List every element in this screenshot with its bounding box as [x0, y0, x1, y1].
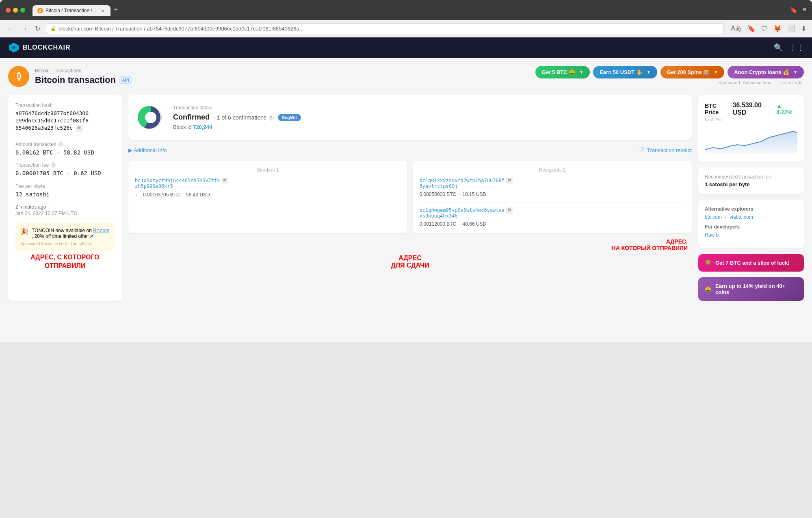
bookmarks-icon[interactable]: 🔖 [747, 25, 756, 33]
recipient-2-address: bc1q4wgem95vp0v5wtz4wc6yawtvsxs9nuuq4hx2… [420, 207, 686, 219]
traffic-lights [6, 8, 25, 13]
turn-off-ads-link[interactable]: Turn off ads [779, 80, 802, 85]
senders-card: Senders 1 bc1q9pmyct99j64c465na5h5v7ttkz… [128, 161, 407, 233]
price-sparkline [705, 125, 797, 154]
receipt-label: Transaction receipt [647, 147, 692, 153]
sender-arrow: ← [135, 192, 141, 198]
tx-confirmed-text: Confirmed [173, 113, 210, 122]
promo-btn-spins[interactable]: Get 200 Spins 🎰 ▼ [660, 66, 725, 78]
confirmations-help[interactable]: ? [268, 115, 274, 121]
breadcrumb-transactions[interactable]: Transactions [54, 68, 81, 74]
additional-info-toggle[interactable]: ▶ Additional info [128, 147, 167, 153]
shield-icon[interactable]: 🛡 [761, 25, 768, 33]
promo-turnoff-link[interactable]: Turn off ads [70, 242, 92, 246]
forward-button[interactable]: → [19, 24, 29, 33]
change-annotation: АДРЕСДЛЯ СДАЧИ [128, 255, 692, 269]
promo-sponsor: Sponsored Advertise here · Turn off ads [20, 242, 110, 246]
promo-btn-btc[interactable]: Get 5 BTC 🤑 ▼ [535, 66, 590, 78]
alt-explorers-section: Alternative explorers btc.com · viabtc.c… [705, 206, 797, 220]
separator: · [775, 80, 776, 85]
recipient-2-link[interactable]: bc1q4wgem95vp0v5wtz4wc6yawtvsxs9nuuq4hx2… [420, 207, 505, 219]
developer-links: Raw tx [705, 232, 797, 238]
dropdown-arrow-4: ▼ [793, 70, 797, 74]
recipient-entry-2: bc1q4wgem95vp0v5wtz4wc6yawtvsxs9nuuq4hx2… [420, 207, 686, 227]
main-navigation: BLOCKCHAIR 🔍 ⋮⋮ [0, 37, 812, 58]
page-title: Bitcoin transaction API [35, 75, 132, 85]
alt-explorers-title: Alternative explorers [705, 206, 797, 212]
fee-help-icon[interactable]: ? [50, 162, 56, 168]
promo-advertise-link[interactable]: Advertise here [41, 242, 67, 246]
close-button[interactable] [6, 8, 11, 13]
sender-btc: 0.00163705 BTC [143, 192, 180, 198]
wallet-icon[interactable]: 🦊 [773, 25, 782, 33]
copy-recipient-1-button[interactable]: ⧉ [506, 178, 513, 184]
recipients-title: Recipients 2 [420, 167, 686, 173]
viabtc-link[interactable]: viabtc.com [730, 214, 753, 220]
raw-tx-link[interactable]: Raw tx [705, 232, 720, 238]
copy-hash-button[interactable]: ⧉ [76, 125, 82, 132]
promo-right-1[interactable]: 🍀 Get 7 BTC and a slice of luck! [698, 254, 804, 272]
content-grid: Transaction hash a076476dcdc9077bf604300… [8, 95, 804, 301]
alt-explorer-links: btc.com · viabtc.com [705, 214, 797, 220]
receipt-icon: 📄 [638, 147, 645, 153]
breadcrumb: Bitcoin · Transactions [35, 68, 132, 74]
rec-fee-card: Recommended transaction fee 1 satoshi pe… [698, 168, 804, 194]
download-icon[interactable]: ⬇ [801, 25, 806, 33]
sender-address-link[interactable]: bc1q9pmyct99j64c465na5h5v7ttkzh5p990e86k… [135, 178, 220, 189]
promo-right-1-label: Get 7 BTC and a slice of luck! [715, 260, 790, 266]
url-input[interactable]: 🔒 blockchair.com Bitcoin / Transaction /… [46, 23, 723, 34]
receipt-button[interactable]: 📄 Transaction receipt [638, 147, 692, 153]
nav-search-icon[interactable]: 🔍 [774, 43, 783, 52]
price-change: ▲ 4.22% [776, 102, 797, 115]
copy-recipient-2-button[interactable]: ⧉ [506, 207, 513, 214]
browser-tab-icons: 🔖 ≡ [790, 6, 806, 14]
refresh-button[interactable]: ↻ [33, 24, 42, 33]
maximize-button[interactable] [20, 8, 25, 13]
tx-confirmed-row: Confirmed · 1 of 6 confirmations ? SegWi… [173, 113, 684, 122]
copy-sender-button[interactable]: ⧉ [222, 178, 228, 184]
time-ago: 2 minutes ago · [15, 204, 49, 210]
menu-icon[interactable]: ≡ [803, 6, 806, 14]
recipients-card: Recipients 2 bc1q01xxvzsdvrq2wzp1ha7uu76… [413, 161, 692, 233]
price-period: Last 24h [705, 117, 797, 122]
promo-right-2[interactable]: 🤑 Earn up to 14% yield on 40+ coins [698, 277, 804, 301]
promo-small-link[interactable]: Bit.com [93, 228, 109, 233]
promo-btn-loans[interactable]: Anon Crypto loans 💰 ▼ [728, 66, 804, 78]
promo-buttons: Get 5 BTC 🤑 ▼ Earn 50 USDT ✋ ▼ Get 200 S… [535, 66, 804, 78]
hash-label: Transaction hash [15, 102, 115, 108]
logo[interactable]: BLOCKCHAIR [8, 42, 71, 53]
translate-icon[interactable]: Aあ [731, 24, 742, 33]
btccom-link[interactable]: btc.com [705, 214, 722, 220]
back-button[interactable]: ← [6, 24, 15, 33]
for-developers-section: For developers Raw tx [705, 224, 797, 238]
advertise-here-link[interactable]: Advertise here [743, 80, 772, 85]
nav-grid-icon[interactable]: ⋮⋮ [789, 43, 804, 52]
tab-favicon: ₿ [37, 8, 43, 13]
cast-icon[interactable]: ⬜ [787, 25, 795, 33]
new-tab-button[interactable]: + [110, 4, 121, 16]
bookmark-icon[interactable]: 🔖 [790, 6, 798, 14]
nav-right-icons: 🔍 ⋮⋮ [774, 43, 804, 52]
amount-label: Amount transacted ? [15, 141, 115, 147]
block-id-link[interactable]: 720,244 [193, 124, 212, 130]
breadcrumb-sep1: · [51, 68, 52, 74]
promo-small-card: 🎉 TONCOIN now available on Bit.com , 20%… [15, 223, 115, 251]
tab-close-button[interactable]: ✕ [100, 8, 106, 13]
sender-address: bc1q9pmyct99j64c465na5h5v7ttkzh5p990e86k… [135, 178, 401, 189]
browser-tabs: ₿ Bitcoin / Transaction / ... ✕ + [32, 4, 786, 16]
amount-help-icon[interactable]: ? [58, 141, 64, 147]
breadcrumb-bitcoin[interactable]: Bitcoin [35, 68, 50, 74]
active-tab[interactable]: ₿ Bitcoin / Transaction / ... ✕ [32, 5, 110, 16]
dropdown-arrow-3: ▼ [714, 70, 718, 74]
content-header: ₿ Bitcoin · Transactions Bitcoin transac… [8, 66, 804, 87]
sender-annotation: АДРЕС, С КОТОРОГО ОТПРАВИЛИ [15, 253, 115, 270]
segwit-badge: SegWit [278, 114, 301, 121]
api-badge[interactable]: API [119, 76, 132, 84]
promo-btn-usdt-label: Earn 50 USDT ✋ [600, 69, 643, 75]
logo-text: BLOCKCHAIR [23, 44, 71, 51]
promo-btn-usdt[interactable]: Earn 50 USDT ✋ ▼ [593, 66, 657, 78]
fee-vbyte-value: 12 satoshi [15, 191, 115, 199]
recipient-1-link[interactable]: bc1q01xxvzsdvrq2wzp1ha7uu768f3yavtrvtps6… [420, 178, 505, 189]
price-value: 36,539.00 USD [733, 102, 773, 116]
minimize-button[interactable] [13, 8, 18, 13]
